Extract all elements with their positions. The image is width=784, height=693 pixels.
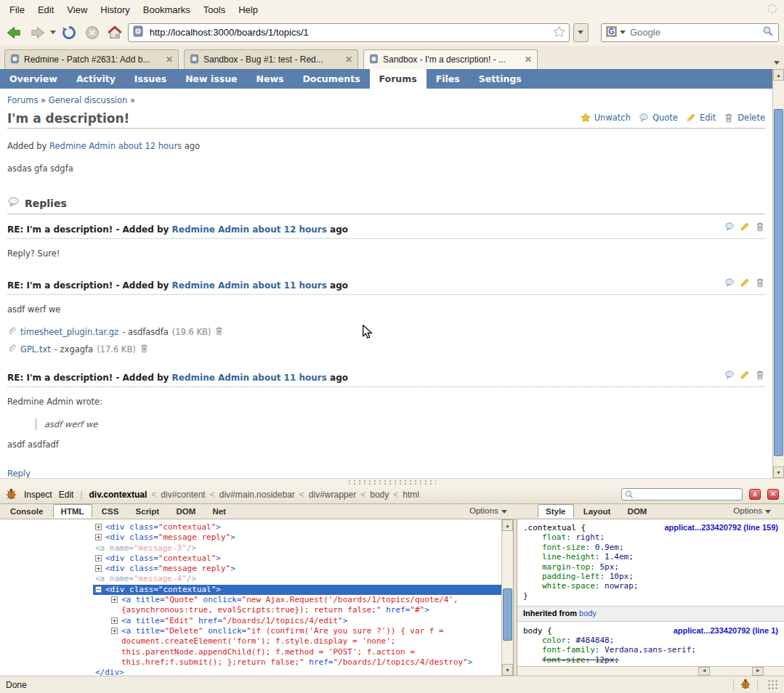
scroll-left-icon[interactable]: ◀ [698, 667, 710, 676]
menu-file[interactable]: File [3, 2, 31, 17]
reply-link[interactable]: Reply [7, 469, 31, 478]
firebug-minimize-button[interactable]: ∧ [749, 489, 761, 500]
css-property[interactable]: font-family: Verdana,sans-serif; [523, 645, 778, 654]
nav-issues[interactable]: Issues [125, 69, 176, 89]
tab-close-icon[interactable]: ✕ [345, 54, 352, 65]
html-tree-row[interactable]: {asynchronous:true, evalScripts:true}); … [0, 605, 513, 615]
author-link[interactable]: Redmine Admin [49, 141, 116, 151]
window-resize-grip[interactable] [768, 680, 778, 690]
css-property[interactable]: font-size: 0.9em; [523, 543, 778, 552]
time-link[interactable]: about 11 hours [252, 373, 327, 383]
delete-trash-icon[interactable] [755, 370, 765, 382]
scroll-right-icon[interactable]: ▶ [752, 667, 764, 676]
search-input[interactable] [629, 26, 759, 38]
author-link[interactable]: Redmine Admin [172, 280, 249, 291]
home-button[interactable] [105, 23, 124, 43]
tab-style-active[interactable]: Style [538, 504, 574, 518]
stop-button[interactable] [82, 23, 101, 43]
edit-pencil-icon[interactable] [740, 370, 750, 382]
history-dropdown-icon[interactable] [50, 31, 56, 34]
delete-trash-icon[interactable] [755, 222, 765, 234]
css-property[interactable]: line-height: 1.4em; [523, 552, 778, 562]
page-scrollbar[interactable]: ▲ ▼ [772, 69, 784, 478]
style-options-menu[interactable]: Options [733, 506, 771, 515]
css-property[interactable]: float: right; [523, 532, 778, 542]
delete-trash-icon[interactable] [755, 277, 765, 290]
search-engine-icon[interactable]: G [606, 26, 617, 39]
time-link[interactable]: about 11 hours [252, 280, 327, 291]
html-tree-row[interactable]: this.parentNode.appendChild(f); f.method… [0, 647, 513, 657]
css-property[interactable]: color: #484848; [523, 636, 778, 645]
html-tree-row[interactable]: +<a title="Edit" href="/boards/1/topics/… [0, 616, 513, 626]
edit-pencil-icon[interactable] [740, 222, 750, 234]
tab-dom-side[interactable]: DOM [621, 505, 655, 517]
css-property[interactable]: margin-top: 5px; [523, 562, 778, 572]
html-tree-row[interactable]: document.createElement('form'); f.style.… [0, 636, 513, 647]
menu-view[interactable]: View [60, 2, 94, 17]
delete-trash-icon[interactable] [214, 326, 224, 338]
css-source-link[interactable]: applicat...233420792 (line 1) [674, 626, 778, 636]
nav-files[interactable]: Files [427, 69, 469, 89]
firebug-search-input[interactable] [621, 488, 743, 500]
css-property[interactable]: font-size: 12px; [523, 655, 778, 665]
quote-link[interactable]: Quote [652, 113, 678, 123]
tab-list-dropdown-icon[interactable] [774, 61, 780, 65]
tab-close-icon[interactable]: ✕ [525, 54, 532, 65]
html-tree-row[interactable]: <a name="message-3"/> [0, 543, 513, 554]
reload-button[interactable] [60, 23, 78, 43]
expand-icon[interactable]: + [111, 617, 118, 624]
quote-icon[interactable] [724, 222, 735, 234]
scroll-down-icon[interactable]: ▼ [773, 466, 784, 478]
tree-scrollbar[interactable]: ▲ ▼ [501, 519, 513, 676]
html-tree-row[interactable]: +<div class="message reply"> [0, 532, 513, 543]
body-element-link[interactable]: body [579, 609, 597, 617]
time-link[interactable]: about 12 hours [118, 141, 182, 151]
search-bar[interactable]: G [601, 23, 779, 42]
scrollbar-thumb[interactable] [774, 109, 783, 456]
html-tree-row[interactable]: <a name="message-4"/> [0, 574, 513, 584]
tab-net[interactable]: Net [205, 505, 233, 517]
nav-documents[interactable]: Documents [293, 69, 369, 89]
tab-layout[interactable]: Layout [576, 505, 618, 517]
breadcrumb-forums[interactable]: Forums [7, 95, 38, 105]
search-go-icon[interactable] [762, 25, 774, 39]
url-dropdown-button[interactable] [573, 23, 589, 42]
scroll-down-icon[interactable]: ▼ [502, 664, 513, 676]
nav-activity[interactable]: Activity [67, 69, 125, 89]
nav-settings[interactable]: Settings [469, 69, 531, 89]
menu-edit[interactable]: Edit [31, 2, 60, 17]
edit-link[interactable]: Edit [700, 113, 716, 123]
unwatch-link[interactable]: Unwatch [594, 113, 631, 123]
path-item[interactable]: div#wrapper [309, 490, 356, 500]
style-horizontal-scrollbar[interactable]: ◀ ▶ [517, 666, 784, 676]
html-options-menu[interactable]: Options [469, 506, 507, 515]
inspect-button[interactable]: Inspect [24, 490, 52, 500]
nav-new-issue[interactable]: New issue [176, 69, 246, 89]
firebug-splitter[interactable] [0, 478, 784, 485]
attachment-link[interactable]: GPL.txt [20, 344, 51, 354]
collapse-icon[interactable]: − [95, 586, 102, 593]
html-tree-row[interactable]: +<a title="Quote" onclick="new Ajax.Requ… [0, 595, 513, 605]
forward-button[interactable] [28, 23, 47, 43]
path-item[interactable]: html [403, 490, 419, 500]
html-tree-row[interactable]: +<div class="contextual"> [0, 554, 513, 564]
css-property[interactable]: white-space: nowrap; [523, 581, 778, 591]
path-item[interactable]: div.contextual [89, 490, 147, 500]
firebug-statusbar-icon[interactable] [740, 678, 751, 692]
html-tree-row[interactable]: −<div class="contextual"> [93, 585, 513, 595]
bookmark-star-icon[interactable] [553, 25, 565, 40]
search-engine-dropdown-icon[interactable] [620, 31, 626, 34]
firebug-close-button[interactable]: ✕ [767, 489, 779, 500]
scrollbar-thumb[interactable] [503, 588, 512, 641]
time-link[interactable]: about 12 hours [252, 224, 327, 235]
edit-button[interactable]: Edit [59, 490, 74, 500]
quote-icon[interactable] [724, 277, 735, 290]
nav-forums-active[interactable]: Forums [370, 69, 427, 89]
quote-icon[interactable] [724, 370, 735, 382]
html-tree-row[interactable]: this.href;f.submit(); };return false;" h… [0, 657, 513, 668]
tab-console[interactable]: Console [3, 505, 50, 517]
path-item[interactable]: div#main.nosidebar [219, 490, 295, 500]
path-item[interactable]: body [370, 490, 389, 500]
html-tree-row[interactable]: +<a title="Delete" onclick="if (confirm(… [0, 626, 513, 636]
tab-css[interactable]: CSS [94, 505, 126, 517]
